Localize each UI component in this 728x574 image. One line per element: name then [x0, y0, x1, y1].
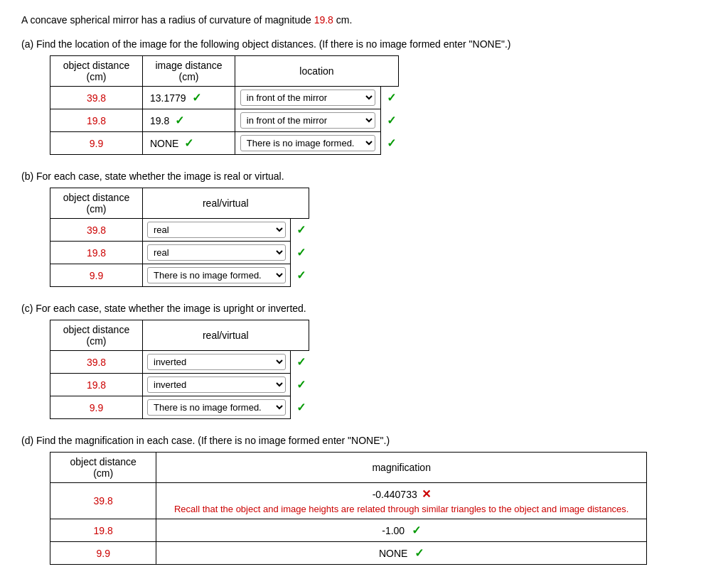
check-rv-c-2: ✓: [291, 396, 309, 419]
mag-cell-inner-1: -1.00✓: [164, 524, 639, 537]
obj-distance-b-2: 9.9: [50, 264, 143, 287]
mag-value-2: NONE: [379, 548, 407, 559]
section-c-label: (c) For each case, state whether the ima…: [21, 303, 707, 314]
check-mag-2: ✓: [414, 546, 424, 560]
obj-distance-a-2: 9.9: [50, 132, 143, 155]
obj-distance-a-0: 39.8: [50, 87, 143, 109]
error-x-icon-0: ✕: [422, 487, 431, 501]
rv-select-c-2[interactable]: inverteduprightThere is no image formed.: [147, 399, 286, 416]
check-loc-2: ✓: [380, 132, 399, 155]
rv-select-b-1[interactable]: realvirtualThere is no image formed.: [147, 244, 286, 261]
mag-value-0: -0.440733: [373, 489, 417, 500]
obj-distance-d-1: 19.8: [50, 519, 156, 542]
loc-select-1[interactable]: in front of the mirrorbehind the mirrorT…: [240, 112, 375, 129]
section-d: (d) Find the magnification in each case.…: [21, 435, 707, 565]
section-a: (a) Find the location of the image for t…: [21, 38, 707, 155]
check-rv-b-0: ✓: [291, 219, 309, 242]
section-b: (b) For each case, state whether the ima…: [21, 170, 707, 287]
table-row: 19.819.8 ✓in front of the mirrorbehind t…: [50, 109, 399, 132]
table-row: 19.8realvirtualThere is no image formed.…: [50, 242, 309, 264]
table-row: 19.8inverteduprightThere is no image for…: [50, 374, 309, 396]
section-a-label: (a) Find the location of the image for t…: [21, 38, 707, 50]
loc-cell-0[interactable]: in front of the mirrorbehind the mirrorT…: [235, 87, 381, 109]
check-mag-1: ✓: [412, 524, 421, 537]
mag-cell-inner-0: -0.440733✕Recall that the object and ima…: [164, 487, 639, 514]
section-d-label: (d) Find the magnification in each case.…: [21, 435, 707, 446]
col-header-rv-b: real/virtual: [143, 188, 309, 219]
loc-select-2[interactable]: in front of the mirrorbehind the mirrorT…: [240, 135, 375, 151]
col-header-loc: location: [235, 56, 399, 87]
obj-distance-d-0: 39.8: [50, 483, 156, 519]
mag-cell-2: NONE✓: [156, 542, 647, 565]
loc-cell-2[interactable]: in front of the mirrorbehind the mirrorT…: [235, 132, 381, 155]
rv-select-b-0[interactable]: realvirtualThere is no image formed.: [147, 222, 286, 238]
check-rv-c-1: ✓: [291, 374, 309, 396]
img-distance-1: 19.8 ✓: [143, 109, 235, 132]
table-row: 19.8-1.00✓: [50, 519, 647, 542]
mag-value-1: -1.00: [382, 525, 405, 536]
rv-cell-b-1[interactable]: realvirtualThere is no image formed.: [143, 242, 291, 264]
obj-distance-b-0: 39.8: [50, 219, 143, 242]
obj-distance-b-1: 19.8: [50, 242, 143, 264]
obj-distance-d-2: 9.9: [50, 542, 156, 565]
intro-text: A concave spherical mirror has a radius …: [21, 14, 707, 26]
loc-cell-1[interactable]: in front of the mirrorbehind the mirrorT…: [235, 109, 381, 132]
check-rv-b-1: ✓: [291, 242, 309, 264]
col-header-rv-c: real/virtual: [143, 320, 309, 351]
col-header-obj-c: object distance (cm): [50, 320, 143, 351]
img-distance-2: NONE ✓: [143, 132, 235, 155]
col-header-obj-a: object distance (cm): [50, 56, 143, 87]
rv-select-b-2[interactable]: realvirtualThere is no image formed.: [147, 267, 286, 283]
section-c-table: object distance (cm) real/virtual 39.8in…: [50, 320, 309, 419]
obj-distance-c-0: 39.8: [50, 351, 143, 374]
col-header-img: image distance (cm): [143, 56, 235, 87]
table-row: 9.9NONE✓: [50, 542, 647, 565]
mag-cell-1: -1.00✓: [156, 519, 647, 542]
obj-distance-c-2: 9.9: [50, 396, 143, 419]
table-row: 9.9NONE ✓in front of the mirrorbehind th…: [50, 132, 399, 155]
rv-select-c-0[interactable]: inverteduprightThere is no image formed.: [147, 354, 286, 370]
table-row: 9.9inverteduprightThere is no image form…: [50, 396, 309, 419]
check-loc-1: ✓: [380, 109, 399, 132]
check-rv-c-0: ✓: [291, 351, 309, 374]
check-rv-b-2: ✓: [291, 264, 309, 287]
check-img-2: ✓: [184, 137, 193, 149]
section-b-table: object distance (cm) real/virtual 39.8re…: [50, 188, 309, 287]
rv-cell-c-2[interactable]: inverteduprightThere is no image formed.: [143, 396, 291, 419]
section-c: (c) For each case, state whether the ima…: [21, 303, 707, 419]
check-img-0: ✓: [192, 92, 201, 104]
check-img-1: ✓: [175, 114, 184, 126]
table-row: 39.8-0.440733✕Recall that the object and…: [50, 483, 647, 519]
table-row: 39.813.1779 ✓in front of the mirrorbehin…: [50, 87, 399, 109]
mag-cell-inner-2: NONE✓: [164, 546, 639, 560]
section-b-label: (b) For each case, state whether the ima…: [21, 170, 707, 182]
obj-distance-c-1: 19.8: [50, 374, 143, 396]
mag-cell-0[interactable]: -0.440733✕Recall that the object and ima…: [156, 483, 647, 519]
mag-row1-0: -0.440733✕: [373, 487, 431, 501]
rv-select-c-1[interactable]: inverteduprightThere is no image formed.: [147, 377, 286, 393]
obj-distance-a-1: 19.8: [50, 109, 143, 132]
img-distance-0: 13.1779 ✓: [143, 87, 235, 109]
radius-value: 19.8: [314, 14, 333, 26]
rv-cell-b-2[interactable]: realvirtualThere is no image formed.: [143, 264, 291, 287]
col-header-obj-b: object distance (cm): [50, 188, 143, 219]
loc-select-0[interactable]: in front of the mirrorbehind the mirrorT…: [240, 90, 375, 106]
intro-suffix: cm.: [333, 14, 352, 26]
error-msg-0: Recall that the object and image heights…: [174, 504, 629, 514]
table-row: 39.8inverteduprightThere is no image for…: [50, 351, 309, 374]
check-loc-0: ✓: [380, 87, 399, 109]
table-row: 9.9realvirtualThere is no image formed.✓: [50, 264, 309, 287]
table-row: 39.8realvirtualThere is no image formed.…: [50, 219, 309, 242]
section-d-table: object distance(cm) magnification 39.8-0…: [50, 452, 647, 565]
col-header-mag: magnification: [156, 453, 647, 483]
col-header-obj-d: object distance(cm): [50, 453, 156, 483]
rv-cell-c-0[interactable]: inverteduprightThere is no image formed.: [143, 351, 291, 374]
rv-cell-c-1[interactable]: inverteduprightThere is no image formed.: [143, 374, 291, 396]
intro-prefix: A concave spherical mirror has a radius …: [21, 14, 314, 26]
section-a-table: object distance (cm) image distance (cm)…: [50, 55, 399, 155]
rv-cell-b-0[interactable]: realvirtualThere is no image formed.: [143, 219, 291, 242]
